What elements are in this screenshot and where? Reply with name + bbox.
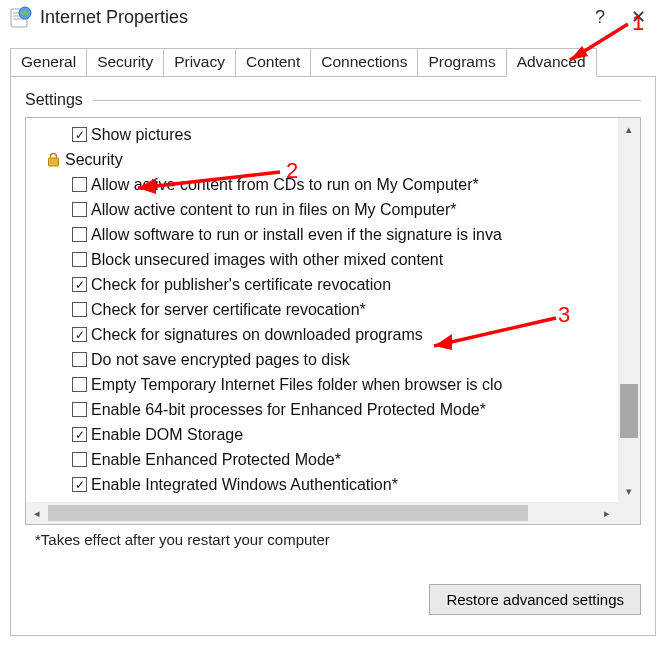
checkbox-icon[interactable] bbox=[72, 402, 87, 417]
checkbox-icon[interactable] bbox=[72, 452, 87, 467]
tab-content[interactable]: Content bbox=[235, 48, 311, 77]
tab-privacy[interactable]: Privacy bbox=[163, 48, 236, 77]
group-divider bbox=[93, 100, 641, 101]
checkbox-icon[interactable] bbox=[72, 327, 87, 342]
setting-item[interactable]: Empty Temporary Internet Files folder wh… bbox=[26, 372, 618, 397]
setting-item[interactable]: Allow software to run or install even if… bbox=[26, 222, 618, 247]
lock-icon bbox=[46, 152, 61, 167]
horizontal-scrollbar[interactable]: ◂ ▸ bbox=[26, 502, 640, 524]
setting-item[interactable]: Enable 64-bit processes for Enhanced Pro… bbox=[26, 397, 618, 422]
setting-item[interactable]: Block unsecured images with other mixed … bbox=[26, 247, 618, 272]
advanced-panel: Settings Show pictures Security Allow ac… bbox=[10, 76, 656, 636]
setting-item[interactable]: Enable Integrated Windows Authentication… bbox=[26, 472, 618, 497]
window-title: Internet Properties bbox=[40, 7, 188, 28]
tabstrip: General Security Privacy Content Connect… bbox=[0, 48, 666, 77]
setting-check-server-cert-revocation[interactable]: Check for server certificate revocation* bbox=[26, 297, 618, 322]
setting-label: Check for signatures on downloaded progr… bbox=[91, 326, 423, 344]
setting-label: Enable 64-bit processes for Enhanced Pro… bbox=[91, 401, 486, 419]
tab-advanced[interactable]: Advanced bbox=[506, 48, 597, 77]
hscroll-thumb[interactable] bbox=[48, 505, 528, 521]
setting-label: Allow active content to run in files on … bbox=[91, 201, 457, 219]
setting-label: Enable DOM Storage bbox=[91, 426, 243, 444]
category-security[interactable]: Security bbox=[26, 147, 618, 172]
setting-label: Do not save encrypted pages to disk bbox=[91, 351, 350, 369]
settings-group-label: Settings bbox=[25, 91, 83, 109]
category-label: Security bbox=[65, 151, 123, 169]
checkbox-icon[interactable] bbox=[72, 277, 87, 292]
setting-item[interactable]: Enable DOM Storage bbox=[26, 422, 618, 447]
checkbox-icon[interactable] bbox=[72, 302, 87, 317]
annotation-label-3: 3 bbox=[558, 302, 570, 328]
vscroll-thumb[interactable] bbox=[620, 384, 638, 438]
setting-label: Allow software to run or install even if… bbox=[91, 226, 502, 244]
tab-connections[interactable]: Connections bbox=[310, 48, 418, 77]
setting-item[interactable]: Enable Enhanced Protected Mode* bbox=[26, 447, 618, 472]
checkbox-icon[interactable] bbox=[72, 377, 87, 392]
scroll-right-icon[interactable]: ▸ bbox=[596, 502, 618, 524]
setting-label: Empty Temporary Internet Files folder wh… bbox=[91, 376, 502, 394]
setting-label: Block unsecured images with other mixed … bbox=[91, 251, 443, 269]
settings-tree: Show pictures Security Allow active cont… bbox=[25, 117, 641, 525]
checkbox-icon[interactable] bbox=[72, 252, 87, 267]
setting-item[interactable]: Check for signatures on downloaded progr… bbox=[26, 322, 618, 347]
setting-label: Show pictures bbox=[91, 126, 192, 144]
titlebar: Internet Properties ? ✕ bbox=[0, 0, 666, 36]
setting-item[interactable]: Check for publisher's certificate revoca… bbox=[26, 272, 618, 297]
checkbox-icon[interactable] bbox=[72, 352, 87, 367]
internet-options-icon bbox=[10, 6, 32, 28]
svg-rect-5 bbox=[49, 158, 59, 166]
annotation-label-1: 1 bbox=[632, 10, 644, 36]
setting-item[interactable]: Do not save encrypted pages to disk bbox=[26, 347, 618, 372]
settings-tree-viewport[interactable]: Show pictures Security Allow active cont… bbox=[26, 118, 618, 502]
tab-general[interactable]: General bbox=[10, 48, 87, 77]
setting-label: Check for server certificate revocation* bbox=[91, 301, 366, 319]
scroll-left-icon[interactable]: ◂ bbox=[26, 502, 48, 524]
setting-label: Check for publisher's certificate revoca… bbox=[91, 276, 391, 294]
setting-label: Allow active content from CDs to run on … bbox=[91, 176, 479, 194]
scroll-up-icon[interactable]: ▴ bbox=[618, 118, 640, 140]
restore-advanced-settings-button[interactable]: Restore advanced settings bbox=[429, 584, 641, 615]
setting-item[interactable]: Allow active content from CDs to run on … bbox=[26, 172, 618, 197]
checkbox-icon[interactable] bbox=[72, 427, 87, 442]
scroll-corner bbox=[618, 502, 640, 524]
checkbox-icon[interactable] bbox=[72, 177, 87, 192]
annotation-label-2: 2 bbox=[286, 158, 298, 184]
tab-programs[interactable]: Programs bbox=[417, 48, 506, 77]
setting-label: Enable Integrated Windows Authentication… bbox=[91, 476, 398, 494]
checkbox-icon[interactable] bbox=[72, 127, 87, 142]
hscroll-track[interactable] bbox=[48, 502, 596, 524]
checkbox-icon[interactable] bbox=[72, 202, 87, 217]
setting-label: Enable Enhanced Protected Mode* bbox=[91, 451, 341, 469]
vscroll-track[interactable] bbox=[618, 140, 640, 480]
tab-security[interactable]: Security bbox=[86, 48, 164, 77]
restart-note: *Takes effect after you restart your com… bbox=[25, 525, 641, 548]
checkbox-icon[interactable] bbox=[72, 477, 87, 492]
scroll-down-icon[interactable]: ▾ bbox=[618, 480, 640, 502]
setting-show-pictures[interactable]: Show pictures bbox=[26, 122, 618, 147]
vertical-scrollbar[interactable]: ▴ ▾ bbox=[618, 118, 640, 502]
help-icon[interactable]: ? bbox=[587, 7, 613, 28]
checkbox-icon[interactable] bbox=[72, 227, 87, 242]
setting-item[interactable]: Allow active content to run in files on … bbox=[26, 197, 618, 222]
